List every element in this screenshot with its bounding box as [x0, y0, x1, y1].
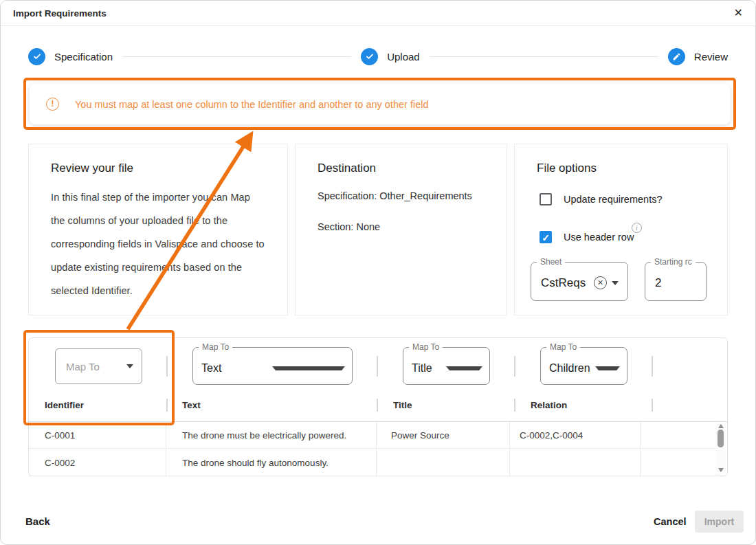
step-upload[interactable]: Upload — [361, 48, 420, 65]
cell-identifier: C-0001 — [29, 422, 166, 448]
select-placeholder: Map To — [66, 361, 122, 372]
destination-specification: Specification: Other_Requirements — [318, 190, 507, 201]
column-divider — [514, 356, 515, 377]
stepper: Specification Upload Review — [28, 44, 728, 69]
select-value: Children — [549, 362, 590, 375]
alert-text: You must map at least one column to the … — [75, 99, 429, 110]
cell-identifier: C-0002 — [29, 449, 166, 476]
dialog-title: Import Requirements — [13, 8, 107, 19]
check-icon — [361, 48, 378, 65]
cell-text: The drone must be electrically powered. — [166, 422, 377, 448]
chevron-down-icon — [446, 366, 482, 370]
chevron-down-icon — [272, 366, 345, 370]
cell-title: Power Source — [377, 422, 510, 448]
pencil-icon — [668, 48, 685, 65]
info-icon[interactable]: i — [632, 223, 642, 233]
panel-title: Destination — [318, 162, 507, 175]
cell-relation — [510, 449, 641, 476]
column-header-identifier: Identifier — [45, 400, 84, 410]
column-divider — [652, 399, 653, 412]
map-to-select-text[interactable]: Map To Text — [192, 347, 353, 385]
update-requirements-checkbox[interactable] — [540, 193, 552, 205]
column-header-relation: Relation — [531, 400, 567, 410]
table-scrollbar[interactable] — [715, 422, 726, 474]
field-label: Map To — [546, 342, 580, 352]
stepper-connector — [430, 56, 658, 57]
column-divider — [652, 356, 653, 377]
field-label: Sheet — [537, 257, 565, 267]
check-icon — [28, 48, 45, 65]
step-label: Review — [694, 51, 728, 63]
chevron-down-icon — [126, 364, 133, 368]
checkbox-label: Update requirements? — [564, 194, 662, 205]
destination-section: Section: None — [318, 221, 507, 232]
step-label: Upload — [387, 51, 420, 63]
column-divider — [166, 356, 168, 377]
panel-file-options: File options Update requirements? ✓ Use … — [514, 144, 728, 315]
column-header-title: Title — [393, 400, 412, 410]
panel-title: File options — [537, 162, 727, 175]
cancel-button[interactable]: Cancel — [654, 516, 687, 527]
panel-title: Review your file — [51, 162, 287, 175]
table-row: C-0001 The drone must be electrically po… — [29, 422, 717, 449]
import-button[interactable]: Import — [695, 511, 744, 533]
step-label: Specification — [54, 51, 113, 63]
use-header-row-checkbox[interactable]: ✓ — [540, 231, 552, 243]
step-specification[interactable]: Specification — [28, 48, 113, 65]
panel-review-your-file: Review your file In this final step of t… — [28, 144, 288, 315]
back-button[interactable]: Back — [25, 515, 50, 527]
field-label: Map To — [409, 342, 443, 352]
table-row: C-0002 The drone should fly autonomously… — [29, 449, 717, 476]
column-divider — [377, 399, 378, 412]
use-header-row-row: ✓ Use header row — [540, 231, 634, 243]
table-header-row: Identifier Text Title Relation — [29, 390, 727, 422]
starting-row-value: 2 — [655, 276, 661, 290]
update-requirements-row: Update requirements? — [540, 193, 662, 205]
sheet-select[interactable]: Sheet CstReqs ✕ — [531, 262, 628, 301]
sheet-value: CstReqs — [541, 276, 586, 290]
clear-icon[interactable]: ✕ — [594, 276, 607, 289]
dialog-header: Import Requirements ✕ — [1, 1, 755, 26]
select-value: Title — [412, 362, 441, 375]
column-header-text: Text — [182, 400, 201, 410]
chevron-down-icon[interactable] — [612, 281, 619, 285]
step-review[interactable]: Review — [668, 48, 728, 65]
scroll-down-icon[interactable] — [718, 468, 724, 472]
cell-relation: C-0002,C-0004 — [510, 422, 641, 448]
stepper-connector — [122, 56, 351, 57]
cell-text: The drone should fly autonomously. — [166, 449, 377, 476]
column-divider — [377, 356, 378, 377]
column-divider — [166, 399, 168, 412]
mapping-table: Map To Map To Text Map To Title Map To C… — [28, 337, 728, 476]
panel-body-text: In this final step of the importer you c… — [51, 186, 267, 302]
close-icon[interactable]: ✕ — [734, 8, 743, 19]
validation-alert: ! You must map at least one column to th… — [30, 84, 730, 124]
map-to-select-identifier[interactable]: Map To — [55, 348, 142, 384]
import-requirements-dialog: Import Requirements ✕ Specification Uplo… — [0, 0, 756, 545]
scroll-up-icon[interactable] — [718, 424, 724, 428]
warning-icon: ! — [46, 98, 59, 111]
scrollbar-thumb[interactable] — [718, 430, 724, 447]
field-label: Map To — [199, 342, 232, 352]
cell-empty — [641, 422, 717, 448]
field-label: Starting rc — [651, 257, 696, 267]
cell-empty — [641, 449, 717, 476]
map-to-select-relation[interactable]: Map To Children — [540, 347, 627, 385]
map-to-select-title[interactable]: Map To Title — [403, 347, 490, 385]
select-value: Text — [201, 362, 267, 375]
cell-title — [377, 449, 510, 476]
starting-row-field[interactable]: Starting rc 2 — [645, 262, 707, 301]
checkbox-label: Use header row — [564, 232, 634, 243]
chevron-down-icon — [595, 366, 620, 370]
column-divider — [514, 399, 515, 412]
panel-destination: Destination Specification: Other_Require… — [295, 144, 507, 315]
